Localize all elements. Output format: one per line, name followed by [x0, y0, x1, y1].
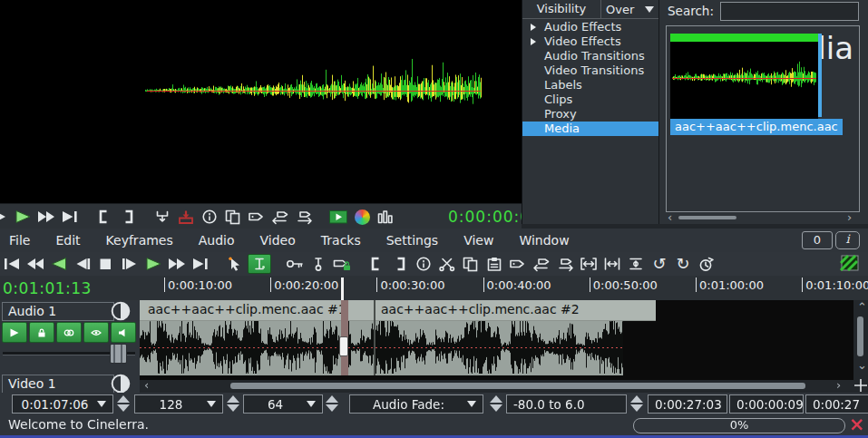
category-video-effects[interactable]: Video Effects — [522, 34, 658, 49]
scrollbar-thumb[interactable] — [230, 383, 805, 389]
spin-up-icon[interactable] — [117, 395, 130, 403]
fit-time-icon[interactable] — [601, 255, 623, 273]
expand-arrow-icon[interactable] — [531, 24, 536, 31]
scroll-left-icon[interactable]: ‹ — [144, 380, 149, 391]
menu-file[interactable]: File — [9, 233, 30, 248]
track-height-dropdown[interactable]: 64 — [243, 394, 323, 414]
histogram-icon[interactable] — [375, 208, 396, 226]
clock-icon[interactable] — [696, 255, 717, 273]
next-label-icon[interactable] — [554, 255, 576, 273]
play-icon[interactable] — [12, 208, 34, 226]
spin-up-icon[interactable] — [630, 395, 643, 403]
menu-video[interactable]: Video — [260, 233, 296, 248]
expand-arrow-icon[interactable] — [531, 38, 536, 45]
video-track-title[interactable]: Video 1 — [2, 375, 114, 394]
spin-up-icon[interactable] — [326, 395, 338, 403]
selection-start-input[interactable]: 0:00:27:03 — [648, 394, 727, 414]
seek-end-icon[interactable] — [190, 255, 211, 273]
spin-down-icon[interactable] — [490, 404, 502, 412]
scroll-right-icon[interactable]: › — [847, 212, 852, 223]
label-icon[interactable] — [507, 255, 529, 273]
menu-audio[interactable]: Audio — [199, 233, 235, 248]
media-item-filename[interactable]: aac++aac++clip.menc.aac — [670, 119, 843, 135]
play-reverse-icon[interactable] — [48, 255, 70, 273]
open-edl-icon[interactable] — [327, 208, 349, 226]
category-clips[interactable]: Clips — [522, 92, 658, 107]
prev-label-icon[interactable] — [531, 255, 552, 273]
overwrite-icon[interactable] — [175, 208, 197, 226]
menu-view[interactable]: View — [463, 233, 493, 248]
category-media[interactable]: Media — [522, 122, 658, 136]
pointer-icon[interactable] — [224, 255, 246, 273]
copy-icon[interactable] — [222, 208, 244, 226]
resources-horizontal-scrollbar[interactable]: ‹ › — [666, 213, 858, 224]
color-wheel-icon[interactable] — [351, 208, 373, 226]
selection-end-input[interactable]: 0:00:27 — [805, 394, 868, 414]
category-audio-effects[interactable]: Audio Effects — [522, 20, 658, 34]
automation-range-spinner[interactable] — [628, 394, 645, 412]
menu-edit[interactable]: Edit — [55, 233, 80, 248]
menu-settings[interactable]: Settings — [386, 233, 438, 248]
prev-label-icon[interactable] — [269, 208, 291, 226]
overlay-count-box[interactable]: 0 — [802, 231, 833, 249]
insertion-point-ruler-marker[interactable] — [341, 277, 344, 300]
timeline-vertical-scrollbar[interactable]: ⌃ ⌄ — [853, 300, 868, 380]
scroll-left-icon[interactable]: ‹ — [668, 212, 672, 223]
ibeam-icon[interactable] — [248, 254, 271, 274]
visibility-header[interactable]: Visibility — [522, 0, 601, 18]
clip-info-icon[interactable] — [413, 255, 434, 273]
timeline-horizontal-scrollbar[interactable]: ‹ › — [140, 380, 868, 393]
overlays-indicator-icon[interactable] — [839, 254, 861, 272]
fit-selection-icon[interactable] — [578, 255, 600, 273]
selection-length-input[interactable]: 0:00:00:09 — [729, 394, 804, 414]
cut-icon[interactable] — [436, 255, 458, 273]
amplitude-dropdown[interactable]: 128 — [134, 394, 223, 414]
spin-down-icon[interactable] — [326, 404, 338, 412]
play-track-button[interactable] — [2, 322, 27, 343]
sample-zoom-spinner[interactable] — [114, 394, 132, 412]
play-icon[interactable] — [142, 255, 164, 273]
spin-up-icon[interactable] — [227, 395, 239, 403]
frame-reverse-icon[interactable] — [72, 255, 93, 273]
automation-range-input[interactable]: -80.0 to 6.0 — [506, 394, 627, 414]
seek-end-icon[interactable] — [59, 208, 81, 226]
paste-icon[interactable] — [483, 255, 505, 273]
category-video-transitions[interactable]: Video Transitions — [522, 63, 658, 78]
video-track-expander-icon[interactable] — [111, 374, 131, 394]
lock-labels-icon[interactable] — [331, 255, 353, 273]
copy-icon[interactable] — [460, 255, 482, 273]
clip-2-title[interactable]: aac++aac++clip.menc.aac #2 — [348, 300, 656, 321]
keyframe-key-icon[interactable] — [284, 255, 306, 273]
media-item-thumbnail[interactable]: aac++aac++clip.menc.aac — [670, 34, 821, 119]
menu-window[interactable]: Window — [519, 233, 569, 248]
out-point-icon[interactable] — [117, 208, 139, 226]
frame-forward-icon[interactable] — [119, 255, 141, 273]
fast-forward-icon[interactable] — [166, 255, 188, 273]
next-label-icon[interactable] — [293, 208, 315, 226]
expand-track-icon[interactable] — [853, 378, 868, 393]
over-dropdown[interactable]: Over — [601, 0, 658, 18]
media-listbox[interactable]: Media aac++aac++clip.menc.aac ⌃ ⌄ — [666, 25, 860, 212]
gang-track-button[interactable] — [56, 322, 82, 343]
amplitude-spinner[interactable] — [224, 394, 241, 412]
scrollbar-thumb[interactable] — [857, 316, 863, 356]
spin-up-icon[interactable] — [490, 395, 502, 403]
spin-down-icon[interactable] — [227, 404, 239, 412]
frame-forward-icon[interactable] — [0, 208, 10, 226]
in-point-icon[interactable] — [366, 255, 387, 273]
scroll-up-icon[interactable]: ⌃ — [857, 302, 867, 313]
label-icon[interactable] — [246, 208, 268, 226]
menu-keyframes[interactable]: Keyframes — [106, 233, 173, 248]
audio-track-title[interactable]: Audio 1 — [2, 302, 114, 321]
insertion-point-handle[interactable] — [339, 336, 348, 356]
keyframe-span-icon[interactable] — [307, 255, 329, 273]
redo-icon[interactable]: ↻ — [672, 255, 694, 273]
spin-down-icon[interactable] — [630, 404, 643, 412]
track-height-spinner[interactable] — [323, 394, 340, 412]
automation-type-dropdown[interactable]: Audio Fade: — [349, 394, 483, 414]
automation-spinner[interactable] — [487, 394, 504, 412]
fast-forward-icon[interactable] — [35, 208, 57, 226]
close-icon[interactable]: × — [849, 414, 865, 435]
spin-down-icon[interactable] — [117, 404, 130, 412]
in-point-icon[interactable] — [93, 208, 115, 226]
